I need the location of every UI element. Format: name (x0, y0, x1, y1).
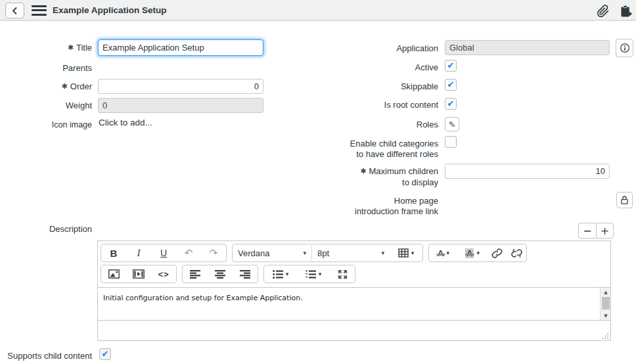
table-menu-button[interactable]: ▾ (390, 244, 422, 262)
bullet-list-icon (273, 270, 283, 279)
font-family-select[interactable]: Verdana ▾ (233, 244, 311, 262)
italic-button[interactable]: I (126, 244, 151, 262)
form-screen: Example Application Setup ✱Title Parents… (0, 0, 636, 364)
remove-link-button[interactable] (507, 244, 526, 262)
bold-button[interactable]: B (101, 244, 126, 262)
enable-child-categories-checkbox[interactable] (445, 136, 457, 148)
application-label: Application (329, 43, 438, 54)
video-icon (133, 269, 145, 279)
scrollbar-thumb[interactable] (602, 297, 610, 309)
description-text[interactable]: Initial configuration and setup for Exam… (103, 294, 595, 302)
clipboard-arrow-icon (619, 5, 633, 18)
is-root-content-checkbox[interactable]: ✔ (445, 98, 457, 110)
description-editor: B I U ↶ ↷ Verdana ▾ 8pt ▾ (97, 240, 611, 341)
text-color-icon: A (438, 248, 443, 258)
chevron-down-icon: ▾ (319, 271, 322, 277)
maximum-children-input[interactable] (445, 164, 610, 179)
attachment-button[interactable] (595, 3, 611, 19)
weight-label: Weight (0, 101, 92, 111)
required-marker-icon: ✱ (68, 43, 74, 52)
insert-video-button[interactable] (126, 265, 151, 283)
link-icon (491, 248, 503, 259)
insert-link-button[interactable] (487, 244, 507, 262)
order-input[interactable] (98, 79, 263, 94)
application-info-button[interactable] (616, 39, 633, 57)
editor-scrollbar[interactable]: ▲ ▼ (600, 288, 610, 320)
info-icon (620, 43, 630, 53)
required-marker-icon: ✱ (62, 82, 68, 91)
editor-status-bar (98, 320, 610, 341)
numbered-list-icon (306, 270, 316, 279)
shrink-field-button[interactable]: − (578, 223, 596, 239)
active-checkbox[interactable]: ✔ (445, 60, 457, 72)
scroll-up-icon[interactable]: ▲ (601, 288, 610, 296)
fullscreen-icon (338, 269, 348, 279)
align-left-icon (190, 270, 200, 279)
chevron-down-icon: ▾ (411, 250, 415, 256)
check-icon: ✔ (447, 80, 455, 89)
check-icon: ✔ (102, 350, 109, 358)
maximum-children-label: ✱Maximum children to display (329, 166, 438, 188)
chevron-left-icon (12, 7, 18, 15)
enable-child-categories-label: Enable child categories to have differen… (329, 139, 438, 160)
align-left-button[interactable] (183, 265, 208, 283)
scroll-down-icon[interactable]: ▼ (601, 312, 610, 320)
fullscreen-button[interactable] (330, 265, 355, 283)
chevron-down-icon: ▾ (381, 250, 384, 256)
skippable-checkbox[interactable]: ✔ (445, 79, 457, 91)
paste-template-button[interactable] (618, 3, 633, 19)
chevron-down-icon: ▾ (286, 271, 289, 277)
align-center-button[interactable] (208, 265, 233, 283)
icon-image-add-link[interactable]: Click to add... (99, 118, 152, 127)
editor-content-area[interactable]: Initial configuration and setup for Exam… (98, 287, 610, 320)
grow-field-button[interactable]: + (596, 223, 614, 239)
parents-label: Parents (0, 63, 92, 74)
roles-label: Roles (329, 120, 438, 130)
redo-button[interactable]: ↷ (201, 244, 226, 262)
resize-grip[interactable] (602, 332, 609, 340)
chevron-down-icon: ▾ (476, 250, 480, 256)
field-size-toggle: − + (578, 223, 614, 239)
context-menu-icon[interactable] (32, 5, 47, 16)
table-icon (398, 248, 409, 258)
header-bar: Example Application Setup (0, 0, 636, 21)
insert-image-button[interactable] (101, 265, 126, 283)
supports-child-content-checkbox[interactable]: ✔ (99, 348, 111, 360)
supports-child-content-label: Supports child content (0, 351, 92, 361)
order-label: ✱Order (0, 81, 92, 93)
minus-icon: − (583, 225, 591, 237)
bullet-list-button[interactable]: ▾ (264, 265, 297, 283)
source-code-button[interactable]: <> (151, 265, 176, 283)
image-icon (108, 269, 120, 279)
page-title: Example Application Setup (53, 0, 167, 21)
align-right-button[interactable] (233, 265, 258, 283)
underline-button[interactable]: U (151, 244, 176, 262)
active-label: Active (329, 62, 438, 73)
unlink-icon (511, 248, 522, 259)
resize-grip-icon (602, 332, 609, 340)
editor-toolbar: B I U ↶ ↷ Verdana ▾ 8pt ▾ (98, 241, 610, 287)
undo-button[interactable]: ↶ (176, 244, 201, 262)
chevron-down-icon: ▾ (446, 250, 449, 256)
align-right-icon (240, 270, 250, 279)
required-marker-icon: ✱ (360, 167, 366, 175)
back-button[interactable] (5, 3, 24, 18)
application-input (445, 40, 610, 55)
title-label: ✱Title (0, 43, 92, 54)
background-color-button[interactable]: A ▾ (458, 244, 487, 262)
font-size-select[interactable]: 8pt ▾ (312, 244, 390, 262)
weight-input (98, 98, 263, 113)
numbered-list-button[interactable]: ▾ (297, 265, 330, 283)
chevron-down-icon: ▾ (303, 250, 306, 256)
roles-edit-button[interactable]: ✎ (445, 117, 459, 131)
align-center-icon (215, 270, 225, 279)
title-input[interactable] (98, 39, 263, 56)
text-color-button[interactable]: A ▾ (429, 244, 458, 262)
is-root-content-label: Is root content (329, 100, 438, 110)
plus-icon: + (601, 225, 609, 237)
home-page-intro-lock-button[interactable] (616, 192, 633, 208)
description-label: Description (0, 224, 92, 235)
paperclip-icon (597, 5, 610, 18)
check-icon: ✔ (447, 99, 455, 108)
lock-icon (620, 195, 629, 205)
